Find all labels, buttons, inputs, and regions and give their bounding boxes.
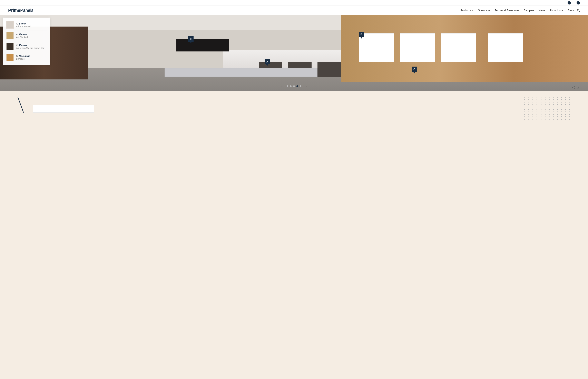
- hero-image: A B C D: [0, 15, 588, 91]
- collection-count-badge: [568, 1, 571, 4]
- hotspot-a[interactable]: A: [265, 59, 270, 64]
- sample-order-cart-link[interactable]: [576, 1, 580, 4]
- nav-showcase[interactable]: Showcase: [478, 9, 490, 12]
- svg-point-1: [574, 86, 575, 87]
- nav-samples[interactable]: Samples: [524, 9, 534, 12]
- hero-caption: [570, 86, 580, 89]
- sample-board-4: [488, 33, 523, 62]
- svg-line-5: [573, 88, 574, 88]
- sample-board-3: [441, 33, 476, 62]
- floor-rug: [165, 68, 317, 77]
- slider-dot-5[interactable]: [300, 85, 301, 87]
- legend-item-b[interactable]: B. Veneer Art Planked: [6, 31, 47, 41]
- search-icon: [577, 9, 580, 12]
- search-form: [33, 105, 563, 113]
- legend-item-c[interactable]: C. Veneer American Walnut Crown Cut: [6, 41, 47, 52]
- dot-pattern: const dotPattern = document.querySelecto…: [524, 97, 572, 120]
- bar-stool-3: [317, 62, 341, 77]
- top-bar: [0, 0, 588, 6]
- wall-tv: [176, 39, 229, 51]
- slider-dot-4[interactable]: [296, 85, 298, 87]
- slider-dot-2[interactable]: [290, 85, 292, 87]
- nav-technical-resources[interactable]: Technical Resources: [495, 9, 519, 12]
- legend-item-a[interactable]: A. Stone Athena Honed: [6, 20, 47, 31]
- legend-item-d[interactable]: D. Melamine Baroque: [6, 52, 47, 63]
- nav-about-us[interactable]: About Us: [550, 9, 563, 12]
- content-section: const dotPattern = document.querySelecto…: [0, 91, 588, 125]
- search-input[interactable]: [33, 105, 94, 113]
- share-icon[interactable]: [572, 86, 575, 89]
- swatch-a: [6, 21, 14, 29]
- slider-controls: ← →: [280, 84, 308, 89]
- svg-point-0: [577, 9, 579, 11]
- slider-dot-1[interactable]: [287, 85, 288, 87]
- search-button[interactable]: Search: [568, 9, 580, 12]
- swatch-c: [6, 43, 14, 50]
- chevron-down-icon: [471, 9, 473, 11]
- hotspot-c[interactable]: C: [412, 66, 417, 72]
- slider-dot-3[interactable]: [293, 85, 295, 87]
- nav-products[interactable]: Products: [460, 9, 473, 12]
- svg-rect-6: [577, 88, 579, 88]
- chevron-down-icon-2: [561, 9, 563, 11]
- svg-point-3: [572, 87, 573, 88]
- legend-panel: A. Stone Athena Honed B. Veneer Art Plan…: [3, 17, 50, 65]
- slider-next[interactable]: →: [303, 84, 308, 89]
- slider-prev[interactable]: ←: [280, 84, 285, 89]
- nav-links: Products Showcase Technical Resources Sa…: [460, 9, 580, 12]
- sample-board-1: [359, 33, 394, 62]
- collection-link[interactable]: [566, 1, 571, 4]
- sample-board-2: [400, 33, 435, 62]
- cart-count-badge: [577, 1, 580, 4]
- main-nav: PrimePanels Products Showcase Technical …: [0, 6, 588, 15]
- swatch-d: [6, 54, 14, 61]
- hotspot-b[interactable]: B: [359, 32, 364, 37]
- svg-line-4: [573, 87, 574, 87]
- logo[interactable]: PrimePanels: [8, 8, 33, 13]
- hero-slider: A B C D A. Stone Athena Honed B. Veneer …: [0, 15, 588, 91]
- slash-decoration: [17, 97, 24, 113]
- swatch-b: [6, 32, 14, 39]
- hotspot-d[interactable]: D: [188, 36, 194, 42]
- svg-point-2: [574, 88, 575, 89]
- download-icon[interactable]: [577, 86, 580, 89]
- nav-news[interactable]: News: [539, 9, 545, 12]
